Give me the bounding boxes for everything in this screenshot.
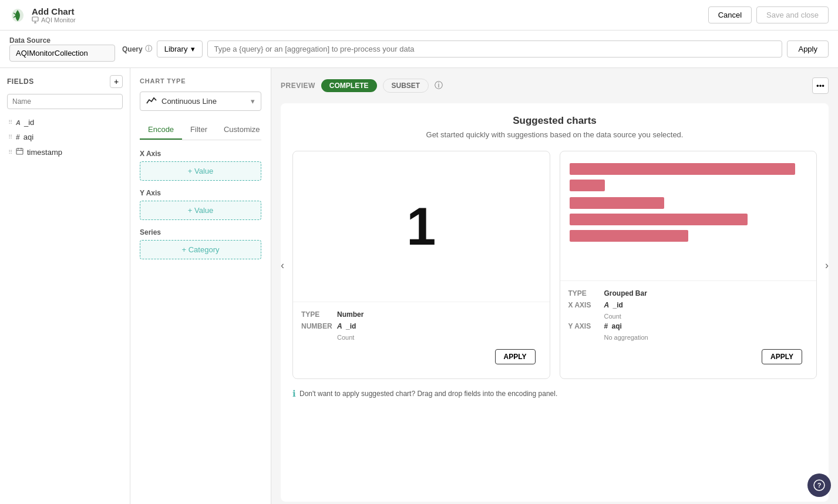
x-axis-key: X AXIS — [568, 301, 601, 309]
fields-search-input[interactable] — [7, 94, 123, 109]
svg-rect-0 — [32, 17, 38, 21]
chart-encode-panel: CHART TYPE Continuous Line ▾ Encode Filt… — [130, 68, 271, 504]
type-row-number: TYPE Number — [301, 310, 541, 319]
bar-chart-meta: TYPE Grouped Bar X AXIS A _id Count — [560, 280, 817, 378]
library-dropdown[interactable]: Library ▾ — [157, 40, 203, 57]
ellipsis-icon: ••• — [816, 82, 824, 90]
field-label-id: _id — [24, 118, 34, 127]
chart-type-label: Continuous Line — [161, 97, 246, 106]
page-title: Add Chart — [32, 6, 76, 16]
tab-customize[interactable]: Customize — [216, 120, 268, 140]
fields-title: FIELDS — [7, 77, 34, 86]
number-chart-meta: TYPE Number NUMBER A _id Count — [293, 302, 550, 378]
series-section: Series + Category — [140, 228, 261, 268]
query-input[interactable] — [207, 40, 782, 57]
field-item-aqi: ⠿ # aqi — [7, 130, 123, 144]
query-info-icon: ⓘ — [145, 44, 152, 54]
apply-query-button[interactable]: Apply — [787, 40, 829, 57]
tab-filter[interactable]: Filter — [182, 120, 216, 140]
drag-handle-aqi[interactable]: ⠿ — [8, 134, 12, 140]
preview-label: PREVIEW — [281, 82, 315, 90]
number-field-row: NUMBER A _id — [301, 322, 541, 330]
save-close-button[interactable]: Save and close — [756, 6, 829, 23]
header-actions: Cancel Save and close — [708, 6, 829, 23]
y-agg-sub: No aggregation — [604, 334, 809, 341]
library-label: Library — [164, 45, 188, 53]
series-add-category[interactable]: + Category — [140, 240, 261, 259]
datasource-label: Data Source — [9, 36, 115, 45]
query-section: Query ⓘ Library ▾ Apply — [122, 40, 829, 57]
chart-type-title: CHART TYPE — [140, 77, 261, 84]
fields-header: FIELDS + — [7, 75, 123, 88]
subtitle-text: AQI Monitor — [41, 16, 76, 23]
line-chart-icon — [146, 96, 157, 106]
number-apply-row: APPLY — [301, 343, 541, 370]
number-field-name: _id — [346, 322, 356, 330]
number-type-icon: # — [16, 133, 20, 141]
drag-hint-text: Don't want to apply suggested chart? Dra… — [299, 390, 557, 398]
x-agg-sub: Count — [604, 313, 809, 320]
x-axis-label: X Axis — [140, 150, 261, 158]
tab-encode[interactable]: Encode — [140, 120, 182, 140]
cursor-indicator: ↖ — [7, 171, 123, 185]
x-field-icon: A — [604, 301, 610, 309]
y-axis-val: # aqi — [604, 322, 622, 330]
number-apply-button[interactable]: APPLY — [495, 349, 536, 364]
bar-5 — [570, 230, 688, 242]
field-label-timestamp: timestamp — [27, 148, 62, 157]
charts-row: 1 TYPE Number NUMBER A _id — [292, 151, 817, 379]
add-field-button[interactable]: + — [110, 75, 123, 88]
bar-3 — [570, 197, 665, 209]
x-axis-add-value[interactable]: + Value — [140, 161, 261, 181]
top-bar: Add Chart AQI Monitor Cancel Save and cl… — [0, 0, 838, 31]
y-axis-label: Y Axis — [140, 189, 261, 197]
help-bubble[interactable]: ? — [807, 473, 831, 497]
bar-row-1 — [570, 163, 807, 175]
datetime-type-icon — [16, 147, 23, 157]
y-field-icon: # — [604, 322, 608, 330]
suggestions-title: Suggested charts — [292, 115, 817, 127]
type-val-number: Number — [337, 310, 364, 319]
preview-more-button[interactable]: ••• — [812, 77, 829, 94]
bar-apply-button[interactable]: APPLY — [762, 349, 802, 364]
fields-panel: FIELDS + ⠿ A _id ⠿ # aqi ⠿ timestamp ↖ — [0, 68, 130, 504]
next-chart-button[interactable]: › — [825, 259, 829, 271]
field-label-aqi: aqi — [23, 133, 33, 141]
x-axis-val: A _id — [604, 301, 623, 309]
chart-card-number: 1 TYPE Number NUMBER A _id — [292, 151, 550, 379]
type-key-number: TYPE — [301, 310, 334, 319]
cancel-button[interactable]: Cancel — [708, 6, 752, 23]
prev-chart-button[interactable]: ‹ — [281, 259, 284, 271]
tab-subset[interactable]: SUBSET — [383, 79, 429, 93]
help-icon: ? — [813, 479, 825, 491]
tab-complete[interactable]: COMPLETE — [321, 79, 377, 92]
library-chevron-icon: ▾ — [191, 45, 195, 53]
chart-type-dropdown[interactable]: Continuous Line ▾ — [140, 92, 261, 111]
type-row-bar: TYPE Grouped Bar — [568, 289, 809, 297]
page-subtitle: AQI Monitor — [32, 16, 76, 23]
number-agg-sub: Count — [337, 334, 541, 341]
y-axis-add-value[interactable]: + Value — [140, 201, 261, 220]
type-val-bar: Grouped Bar — [604, 289, 647, 297]
suggestions-area: Suggested charts Get started quickly wit… — [281, 103, 829, 502]
y-axis-section: Y Axis + Value — [140, 189, 261, 228]
app-logo-icon — [9, 7, 26, 23]
svg-text:?: ? — [817, 482, 822, 489]
bar-row-5 — [570, 230, 807, 242]
chart-type-chevron-icon: ▾ — [251, 97, 255, 106]
drag-hint-icon: ℹ — [292, 388, 296, 399]
bar-row-4 — [570, 214, 807, 225]
type-key-bar: TYPE — [568, 289, 601, 297]
y-field-name: aqi — [612, 322, 622, 330]
suggestions-subtitle: Get started quickly with suggestions bas… — [292, 130, 817, 139]
preview-header: PREVIEW COMPLETE SUBSET ⓘ ••• — [281, 77, 829, 94]
number-key: NUMBER — [301, 322, 334, 330]
preview-info-icon: ⓘ — [435, 80, 443, 91]
query-label-text: Query ⓘ — [122, 44, 152, 54]
drag-handle-id[interactable]: ⠿ — [8, 119, 12, 126]
bar-row-3 — [570, 197, 807, 209]
query-bar: Data Source Query ⓘ Library ▾ Apply — [0, 31, 838, 68]
drag-handle-timestamp[interactable]: ⠿ — [8, 149, 12, 155]
drag-hint: ℹ Don't want to apply suggested chart? D… — [292, 388, 817, 399]
datasource-input[interactable] — [9, 45, 115, 62]
